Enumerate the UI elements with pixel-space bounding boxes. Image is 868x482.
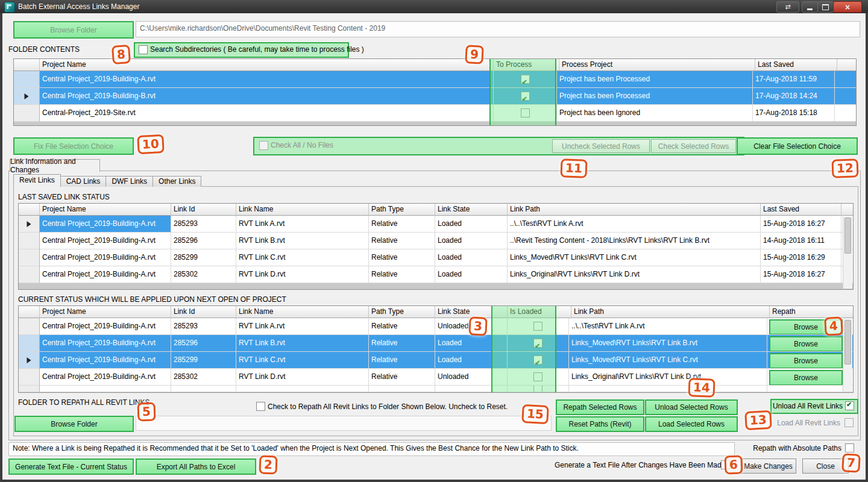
generate-text-file-button[interactable]: Generate Text File - Current Status [8,459,134,475]
unload-all-checkbox[interactable] [845,401,854,410]
repath-selected-rows-button[interactable]: Repath Selected Rows [556,399,644,415]
table-row[interactable]: Central Project_2019-Building-A.rvt 2853… [19,369,853,386]
cell-link-id: 285296 [171,233,236,249]
col-process-project[interactable]: Process Project [559,59,755,71]
to-process-checkbox[interactable] [521,92,530,101]
tab-revit-links[interactable]: Revit Links [13,174,61,187]
col-filler [837,59,856,71]
cell-project-name: Central Project_2019-Building-A.rvt [40,71,494,88]
table-row[interactable]: Central Project_2019-Building-A.rvt 2852… [19,233,853,249]
row-selector[interactable] [19,318,40,335]
is-loaded-checkbox[interactable] [533,339,542,348]
search-subdirs-checkbox[interactable] [139,45,148,54]
swap-arrows-icon: ⇄ [785,3,790,11]
window-extra-button[interactable]: ⇄ [776,1,799,13]
vertical-scrollbar[interactable] [843,216,852,289]
col-filler [841,204,853,216]
cell-last-saved: 15-Aug-2018 16:27 [761,216,841,233]
load-all-checkbox[interactable] [844,418,854,427]
table-row[interactable]: Central Project_2019-Building-A.rvt 2852… [19,318,853,335]
repath-all-checkbox[interactable] [256,402,265,411]
uncheck-selected-rows-button[interactable]: Uncheck Selected Rows [552,139,650,153]
row-selector[interactable] [19,352,40,369]
tab-other-links[interactable]: Other Links [153,176,201,187]
tab-cad-links[interactable]: CAD Links [61,176,107,187]
table-row[interactable]: Central Project_2019-Building-A.rvt 2852… [19,352,853,369]
row-selector[interactable] [14,71,40,88]
check-selected-rows-button[interactable]: Check Selected Rows [651,139,736,153]
unload-selected-rows-button[interactable]: Unload Selected Rows [645,399,738,415]
cell-last-saved: 17-Aug-2018 14:24 [753,88,835,105]
repath-absolute-checkbox[interactable] [845,443,854,452]
browse-repath-button[interactable]: Browse [769,336,843,352]
browse-folder-button[interactable]: Browse Folder [13,21,134,39]
row-selector[interactable] [14,88,40,105]
col-link-state[interactable]: Link State [435,204,508,216]
clear-file-selection-button[interactable]: Clear File Selection Choice [737,137,858,155]
window-close-button[interactable]: × [833,1,862,13]
row-selector[interactable] [19,369,40,386]
row-selector[interactable] [19,335,40,352]
table-row[interactable]: Central Project_2019-Building-A.rvt 2852… [19,335,853,352]
folder-path-input[interactable]: C:\Users\mike.richardson\OneDrive\Docume… [136,21,860,37]
tab-dwf-links[interactable]: DWF Links [106,176,153,187]
is-loaded-checkbox[interactable] [533,372,542,381]
make-changes-button[interactable]: Make Changes [740,459,796,474]
som-marker-14: 14 [688,378,715,398]
row-selector[interactable] [19,233,40,249]
col-project-name[interactable]: Project Name [40,306,171,318]
is-loaded-checkbox[interactable] [533,322,542,331]
cell-process-status: Project has been Processed [557,71,753,88]
browse-repath-button[interactable]: Browse [769,353,843,369]
col-last-saved[interactable]: Last Saved [761,204,841,216]
col-link-name[interactable]: Link Name [236,204,369,216]
scrollbar-thumb[interactable] [844,320,851,365]
table-row[interactable]: Central Project_2019-Building-A.rvt 2852… [19,249,853,266]
load-selected-rows-button[interactable]: Load Selected Rows [645,416,738,432]
export-excel-button[interactable]: Export All Paths to Excel [136,459,256,475]
repath-browse-folder-button[interactable]: Browse Folder [14,416,134,432]
is-loaded-checkbox[interactable] [533,355,542,365]
window-maximize-button[interactable] [817,1,834,13]
row-selector[interactable] [14,105,40,122]
table-row[interactable]: Central Project_2019-Building-A.rvt 2852… [19,216,853,233]
col-to-process[interactable]: To Process [494,59,559,71]
table-row[interactable]: Central-Project_2019-Site.rvt Project ha… [14,105,856,122]
check-all-no-files-checkbox[interactable] [259,141,268,150]
reset-paths-revit-button[interactable]: Reset Paths (Revit) [556,416,644,432]
table-row[interactable]: Central Project_2019-Building-A.rvt Proj… [14,71,856,88]
window-minimize-button[interactable] [802,1,818,13]
tab-link-information[interactable]: Link Information and Changes [10,159,100,172]
col-link-path[interactable]: Link Path [571,306,770,318]
table-row[interactable] [19,386,853,392]
table-row[interactable]: Central Project_2019-Building-B.rvt Proj… [14,88,856,105]
col-path-type[interactable]: Path Type [369,204,435,216]
to-process-checkbox[interactable] [521,108,530,117]
browse-repath-button[interactable]: Browse [769,370,843,386]
repath-folder-input[interactable] [136,416,552,431]
row-selector[interactable] [19,249,40,266]
row-selector[interactable] [19,266,40,283]
vertical-scrollbar[interactable] [843,319,852,392]
col-link-state[interactable]: Link State [435,306,508,318]
col-project-name[interactable]: Project Name [40,59,494,71]
col-link-id[interactable]: Link Id [171,204,236,216]
row-selector[interactable] [19,386,40,392]
table-row[interactable]: Central Project_2019-Building-A.rvt 2853… [19,266,853,283]
col-link-id[interactable]: Link Id [171,306,236,318]
col-project-name[interactable]: Project Name [40,204,171,216]
col-repath[interactable]: Repath [770,306,853,318]
fix-file-selection-button[interactable]: Fix File Selection Choice [13,137,134,155]
col-is-loaded[interactable]: Is Loaded [508,306,571,318]
row-selector[interactable] [19,216,40,233]
som-marker-7: 7 [841,453,861,473]
col-link-path[interactable]: Link Path [508,204,761,216]
col-link-name[interactable]: Link Name [236,306,369,318]
is-loaded-checkbox[interactable] [533,386,542,392]
to-process-checkbox[interactable] [521,75,530,84]
col-path-type[interactable]: Path Type [369,306,435,318]
cell-project-name: Central Project_2019-Building-B.rvt [40,88,494,105]
current-status-section-label: CURRENT STATUS WHICH WILL BE APPLIED UPO… [18,295,286,304]
scrollbar-thumb[interactable] [844,218,851,254]
col-last-saved[interactable]: Last Saved [755,59,837,71]
